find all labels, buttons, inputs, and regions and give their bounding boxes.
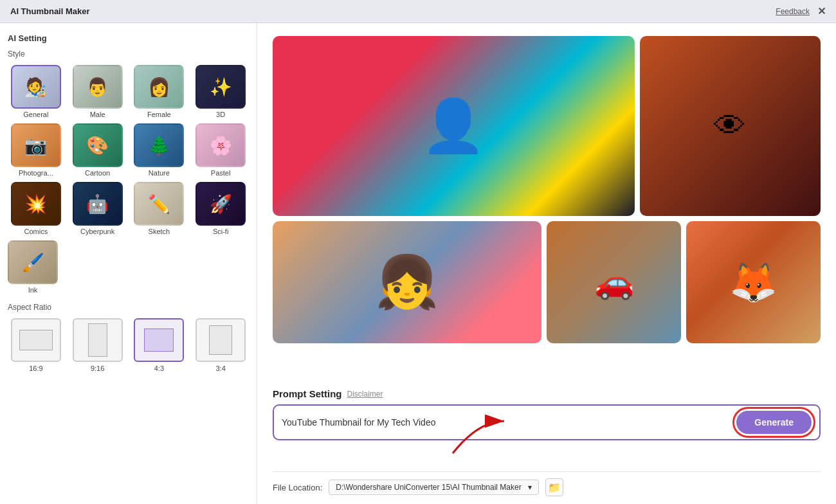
ai-setting-label: AI Setting [8,33,249,43]
disclaimer-link[interactable]: Disclaimer [347,390,383,399]
style-name-photo: Photogra... [19,169,53,177]
sidebar: AI Setting Style 🧑‍🎨 General 👨 Male 👩 [0,23,257,504]
dropdown-arrow-icon: ▾ [528,483,532,492]
style-thumb-photo: 📷 [11,123,61,167]
style-thumb-general: 🧑‍🎨 [11,65,61,109]
right-panel: Prompt Setting Disclaimer Generate [257,23,836,504]
style-thumb-scifi: 🚀 [195,182,246,226]
aspect-item-16-9[interactable]: 16:9 [8,318,64,372]
style-item-photo[interactable]: 📷 Photogra... [8,123,64,177]
titlebar-controls: Feedback ✕ [776,5,826,17]
style-thumb-female: 👩 [134,65,184,109]
style-thumb-ink: 🖌️ [8,240,58,284]
aspect-item-9-16[interactable]: 9:16 [69,318,126,372]
preview-image-5[interactable] [686,221,821,343]
style-item-male[interactable]: 👨 Male [69,65,126,118]
titlebar: AI Thumbnail Maker Feedback ✕ [0,0,836,23]
aspect-name-3-4: 3:4 [215,364,225,372]
close-button[interactable]: ✕ [817,5,826,17]
style-thumb-3d: ✨ [195,65,246,109]
preview-row-top [273,36,821,216]
style-name-ink: Ink [28,286,38,294]
feedback-link[interactable]: Feedback [776,7,810,16]
file-location-bar: File Location: D:\Wondershare UniConvert… [273,471,821,504]
prompt-section: Prompt Setting Disclaimer Generate [273,381,821,440]
style-name-nature: Nature [149,169,170,177]
prompt-input-container: Generate [273,404,821,440]
prompt-section-title: Prompt Setting [273,388,342,399]
style-name-general: General [23,111,48,118]
preview-image-2[interactable] [640,36,821,216]
style-item-cartoon[interactable]: 🎨 Cartoon [69,123,126,177]
aspect-item-3-4[interactable]: 3:4 [192,318,249,372]
style-item-comics[interactable]: 💥 Comics [8,182,64,235]
folder-open-button[interactable]: 📁 [545,478,563,496]
prompt-input-row: Generate [273,404,821,440]
aspect-thumb-16-9 [11,318,61,362]
style-thumb-pastel: 🌸 [195,123,246,167]
file-location-label: File Location: [273,483,322,492]
aspect-thumb-9-16 [73,318,123,362]
style-name-pastel: Pastel [211,169,231,177]
aspect-ratio-grid: 16:9 9:16 4:3 3:4 [8,318,249,372]
style-thumb-cartoon: 🎨 [73,123,123,167]
style-name-sketch: Sketch [149,228,170,235]
generate-button[interactable]: Generate [736,411,812,434]
style-thumb-sketch: ✏️ [134,182,184,226]
style-thumb-male: 👨 [73,65,123,109]
style-name-scifi: Sci-fi [213,228,228,235]
style-item-scifi[interactable]: 🚀 Sci-fi [192,182,249,235]
aspect-item-4-3[interactable]: 4:3 [131,318,188,372]
style-thumb-comics: 💥 [11,182,61,226]
style-item-nature[interactable]: 🌲 Nature [131,123,188,177]
style-item-general[interactable]: 🧑‍🎨 General [8,65,64,118]
style-item-sketch[interactable]: ✏️ Sketch [131,182,188,235]
aspect-ratio-label: Aspect Ratio [8,303,249,312]
prompt-input[interactable] [282,411,730,434]
style-thumb-cyberpunk: 🤖 [73,182,123,226]
aspect-thumb-3-4 [195,318,246,362]
aspect-name-4-3: 4:3 [154,364,164,372]
style-name-female: Female [147,111,171,118]
preview-grid [273,36,821,381]
preview-image-1[interactable] [273,36,635,216]
style-name-male: Male [90,111,105,118]
preview-row-bottom [273,221,821,343]
file-path-text: D:\Wondershare UniConverter 15\AI Thumbn… [336,483,521,492]
folder-icon: 📁 [548,482,561,494]
style-item-pastel[interactable]: 🌸 Pastel [192,123,249,177]
style-item-ink[interactable]: 🖌️ Ink [8,240,58,294]
aspect-thumb-4-3 [134,318,184,362]
file-path-dropdown[interactable]: D:\Wondershare UniConverter 15\AI Thumbn… [329,480,538,495]
aspect-name-16-9: 16:9 [29,364,42,372]
style-item-female[interactable]: 👩 Female [131,65,188,118]
style-item-cyberpunk[interactable]: 🤖 Cyberpunk [69,182,126,235]
style-name-comics: Comics [24,228,48,235]
preview-image-3[interactable] [273,221,541,343]
style-item-3d[interactable]: ✨ 3D [192,65,249,118]
aspect-name-9-16: 9:16 [91,364,104,372]
preview-image-4[interactable] [547,221,681,343]
style-thumb-nature: 🌲 [134,123,184,167]
style-name-3d: 3D [216,111,225,118]
main-content: AI Setting Style 🧑‍🎨 General 👨 Male 👩 [0,23,836,504]
style-name-cartoon: Cartoon [85,169,110,177]
style-label: Style [8,50,249,59]
prompt-header: Prompt Setting Disclaimer [273,388,821,399]
app-title: AI Thumbnail Maker [10,6,90,16]
style-name-cyberpunk: Cyberpunk [80,228,114,235]
style-grid: 🧑‍🎨 General 👨 Male 👩 Female ✨ [8,65,249,235]
